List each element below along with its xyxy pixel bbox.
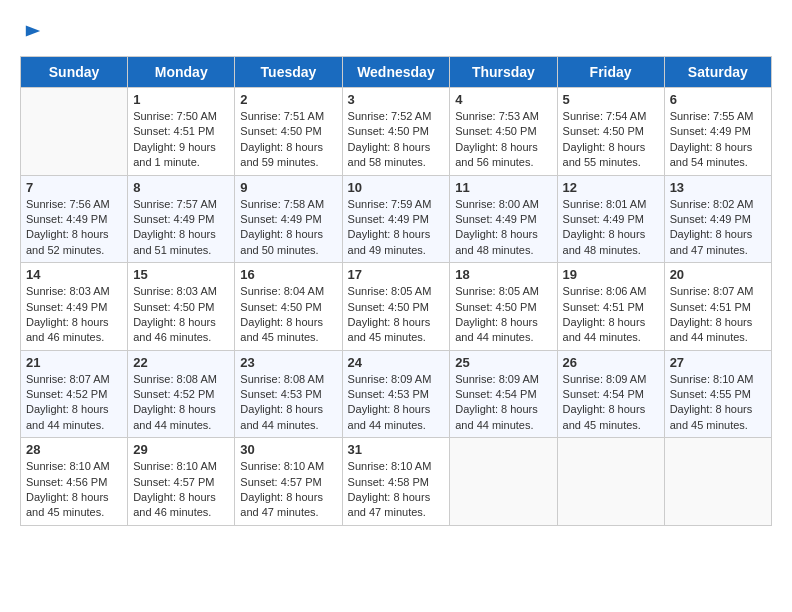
day-header-saturday: Saturday — [664, 57, 771, 88]
day-number: 19 — [563, 267, 659, 282]
cell-content: Sunrise: 7:58 AM Sunset: 4:49 PM Dayligh… — [240, 197, 336, 259]
cell-content: Sunrise: 8:05 AM Sunset: 4:50 PM Dayligh… — [455, 284, 551, 346]
logo — [20, 20, 42, 40]
cell-content: Sunrise: 8:05 AM Sunset: 4:50 PM Dayligh… — [348, 284, 445, 346]
cell-content: Sunrise: 8:08 AM Sunset: 4:53 PM Dayligh… — [240, 372, 336, 434]
cell-content: Sunrise: 7:54 AM Sunset: 4:50 PM Dayligh… — [563, 109, 659, 171]
day-header-monday: Monday — [128, 57, 235, 88]
day-number: 2 — [240, 92, 336, 107]
calendar-cell: 10Sunrise: 7:59 AM Sunset: 4:49 PM Dayli… — [342, 175, 450, 263]
cell-content: Sunrise: 8:00 AM Sunset: 4:49 PM Dayligh… — [455, 197, 551, 259]
calendar-cell: 29Sunrise: 8:10 AM Sunset: 4:57 PM Dayli… — [128, 438, 235, 526]
cell-content: Sunrise: 8:08 AM Sunset: 4:52 PM Dayligh… — [133, 372, 229, 434]
day-number: 1 — [133, 92, 229, 107]
day-number: 29 — [133, 442, 229, 457]
cell-content: Sunrise: 8:03 AM Sunset: 4:50 PM Dayligh… — [133, 284, 229, 346]
calendar-cell: 27Sunrise: 8:10 AM Sunset: 4:55 PM Dayli… — [664, 350, 771, 438]
calendar-cell: 25Sunrise: 8:09 AM Sunset: 4:54 PM Dayli… — [450, 350, 557, 438]
day-number: 8 — [133, 180, 229, 195]
calendar-cell: 5Sunrise: 7:54 AM Sunset: 4:50 PM Daylig… — [557, 88, 664, 176]
calendar-cell — [664, 438, 771, 526]
cell-content: Sunrise: 7:55 AM Sunset: 4:49 PM Dayligh… — [670, 109, 766, 171]
day-number: 31 — [348, 442, 445, 457]
day-number: 16 — [240, 267, 336, 282]
calendar-header-row: SundayMondayTuesdayWednesdayThursdayFrid… — [21, 57, 772, 88]
cell-content: Sunrise: 8:10 AM Sunset: 4:57 PM Dayligh… — [240, 459, 336, 521]
calendar-cell: 8Sunrise: 7:57 AM Sunset: 4:49 PM Daylig… — [128, 175, 235, 263]
cell-content: Sunrise: 8:10 AM Sunset: 4:55 PM Dayligh… — [670, 372, 766, 434]
cell-content: Sunrise: 8:02 AM Sunset: 4:49 PM Dayligh… — [670, 197, 766, 259]
day-number: 20 — [670, 267, 766, 282]
calendar-cell: 15Sunrise: 8:03 AM Sunset: 4:50 PM Dayli… — [128, 263, 235, 351]
day-number: 18 — [455, 267, 551, 282]
page-header — [20, 20, 772, 40]
calendar-cell — [21, 88, 128, 176]
calendar-cell: 28Sunrise: 8:10 AM Sunset: 4:56 PM Dayli… — [21, 438, 128, 526]
day-number: 4 — [455, 92, 551, 107]
calendar-cell: 9Sunrise: 7:58 AM Sunset: 4:49 PM Daylig… — [235, 175, 342, 263]
day-number: 22 — [133, 355, 229, 370]
day-number: 9 — [240, 180, 336, 195]
cell-content: Sunrise: 7:51 AM Sunset: 4:50 PM Dayligh… — [240, 109, 336, 171]
calendar-cell: 20Sunrise: 8:07 AM Sunset: 4:51 PM Dayli… — [664, 263, 771, 351]
calendar-cell: 3Sunrise: 7:52 AM Sunset: 4:50 PM Daylig… — [342, 88, 450, 176]
calendar-cell: 6Sunrise: 7:55 AM Sunset: 4:49 PM Daylig… — [664, 88, 771, 176]
day-header-sunday: Sunday — [21, 57, 128, 88]
calendar-cell: 14Sunrise: 8:03 AM Sunset: 4:49 PM Dayli… — [21, 263, 128, 351]
calendar-week-5: 28Sunrise: 8:10 AM Sunset: 4:56 PM Dayli… — [21, 438, 772, 526]
day-header-friday: Friday — [557, 57, 664, 88]
day-number: 15 — [133, 267, 229, 282]
cell-content: Sunrise: 8:09 AM Sunset: 4:54 PM Dayligh… — [563, 372, 659, 434]
calendar-week-2: 7Sunrise: 7:56 AM Sunset: 4:49 PM Daylig… — [21, 175, 772, 263]
cell-content: Sunrise: 7:57 AM Sunset: 4:49 PM Dayligh… — [133, 197, 229, 259]
calendar-week-1: 1Sunrise: 7:50 AM Sunset: 4:51 PM Daylig… — [21, 88, 772, 176]
calendar-week-3: 14Sunrise: 8:03 AM Sunset: 4:49 PM Dayli… — [21, 263, 772, 351]
day-header-tuesday: Tuesday — [235, 57, 342, 88]
day-number: 3 — [348, 92, 445, 107]
calendar-cell: 26Sunrise: 8:09 AM Sunset: 4:54 PM Dayli… — [557, 350, 664, 438]
calendar-cell: 30Sunrise: 8:10 AM Sunset: 4:57 PM Dayli… — [235, 438, 342, 526]
day-number: 24 — [348, 355, 445, 370]
calendar-cell — [557, 438, 664, 526]
calendar-cell: 23Sunrise: 8:08 AM Sunset: 4:53 PM Dayli… — [235, 350, 342, 438]
cell-content: Sunrise: 7:59 AM Sunset: 4:49 PM Dayligh… — [348, 197, 445, 259]
day-number: 30 — [240, 442, 336, 457]
calendar-week-4: 21Sunrise: 8:07 AM Sunset: 4:52 PM Dayli… — [21, 350, 772, 438]
day-header-wednesday: Wednesday — [342, 57, 450, 88]
day-number: 14 — [26, 267, 122, 282]
cell-content: Sunrise: 8:03 AM Sunset: 4:49 PM Dayligh… — [26, 284, 122, 346]
cell-content: Sunrise: 8:10 AM Sunset: 4:58 PM Dayligh… — [348, 459, 445, 521]
cell-content: Sunrise: 8:01 AM Sunset: 4:49 PM Dayligh… — [563, 197, 659, 259]
calendar-cell: 24Sunrise: 8:09 AM Sunset: 4:53 PM Dayli… — [342, 350, 450, 438]
cell-content: Sunrise: 8:10 AM Sunset: 4:56 PM Dayligh… — [26, 459, 122, 521]
cell-content: Sunrise: 8:09 AM Sunset: 4:54 PM Dayligh… — [455, 372, 551, 434]
day-number: 28 — [26, 442, 122, 457]
day-number: 7 — [26, 180, 122, 195]
day-number: 13 — [670, 180, 766, 195]
calendar-cell: 13Sunrise: 8:02 AM Sunset: 4:49 PM Dayli… — [664, 175, 771, 263]
calendar-cell: 21Sunrise: 8:07 AM Sunset: 4:52 PM Dayli… — [21, 350, 128, 438]
day-number: 12 — [563, 180, 659, 195]
day-number: 17 — [348, 267, 445, 282]
cell-content: Sunrise: 8:10 AM Sunset: 4:57 PM Dayligh… — [133, 459, 229, 521]
calendar-table: SundayMondayTuesdayWednesdayThursdayFrid… — [20, 56, 772, 526]
calendar-cell: 31Sunrise: 8:10 AM Sunset: 4:58 PM Dayli… — [342, 438, 450, 526]
svg-marker-0 — [26, 26, 40, 37]
day-number: 25 — [455, 355, 551, 370]
calendar-cell: 22Sunrise: 8:08 AM Sunset: 4:52 PM Dayli… — [128, 350, 235, 438]
cell-content: Sunrise: 8:07 AM Sunset: 4:51 PM Dayligh… — [670, 284, 766, 346]
calendar-cell: 17Sunrise: 8:05 AM Sunset: 4:50 PM Dayli… — [342, 263, 450, 351]
calendar-cell: 2Sunrise: 7:51 AM Sunset: 4:50 PM Daylig… — [235, 88, 342, 176]
calendar-cell — [450, 438, 557, 526]
day-number: 21 — [26, 355, 122, 370]
day-number: 23 — [240, 355, 336, 370]
day-number: 26 — [563, 355, 659, 370]
cell-content: Sunrise: 7:52 AM Sunset: 4:50 PM Dayligh… — [348, 109, 445, 171]
calendar-cell: 1Sunrise: 7:50 AM Sunset: 4:51 PM Daylig… — [128, 88, 235, 176]
cell-content: Sunrise: 8:06 AM Sunset: 4:51 PM Dayligh… — [563, 284, 659, 346]
day-number: 5 — [563, 92, 659, 107]
day-header-thursday: Thursday — [450, 57, 557, 88]
cell-content: Sunrise: 7:50 AM Sunset: 4:51 PM Dayligh… — [133, 109, 229, 171]
calendar-cell: 12Sunrise: 8:01 AM Sunset: 4:49 PM Dayli… — [557, 175, 664, 263]
day-number: 11 — [455, 180, 551, 195]
